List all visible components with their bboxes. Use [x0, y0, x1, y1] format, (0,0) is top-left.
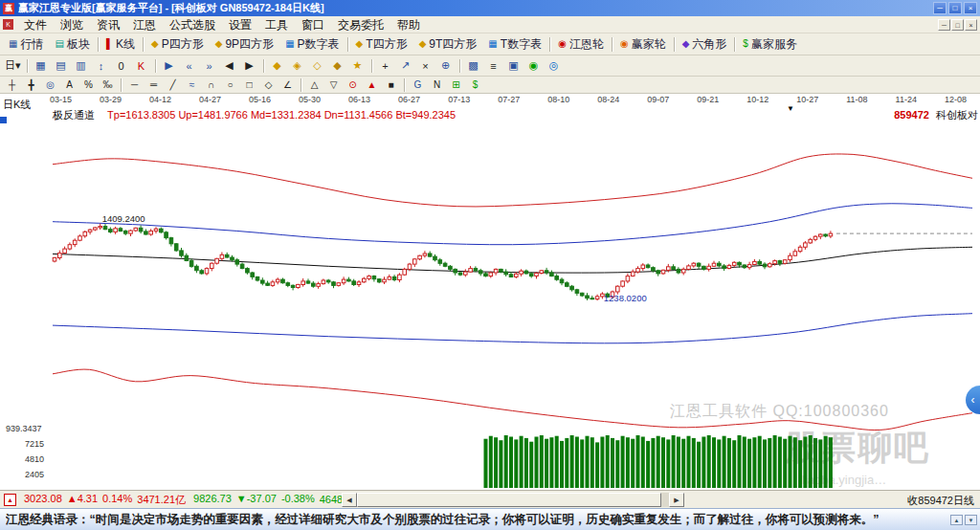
- scroll-thumb[interactable]: [357, 493, 661, 507]
- mdi-minimize-button[interactable]: ─: [938, 19, 950, 31]
- diamond-center-icon[interactable]: ◈: [288, 57, 307, 75]
- arc-icon[interactable]: ∩: [202, 77, 220, 92]
- menu-item-7[interactable]: 窗口: [295, 16, 331, 33]
- tab-江恩轮[interactable]: ◉江恩轮: [552, 34, 610, 55]
- title-bar[interactable]: 赢 赢家江恩专业版[赢家服务平台] - [科创板对 GN859472-184日K…: [0, 0, 980, 16]
- play-forward-icon[interactable]: ▶: [160, 57, 179, 75]
- maximize-button[interactable]: □: [948, 2, 962, 14]
- tab-T数字表[interactable]: ▦T数字表: [482, 34, 547, 55]
- grid-plus-icon[interactable]: ⊞: [447, 77, 465, 92]
- tile-horizontal-icon[interactable]: ▤: [52, 57, 71, 75]
- diamond-hollow-icon[interactable]: ◇: [308, 57, 327, 75]
- wheel-icon[interactable]: ◉: [524, 57, 544, 75]
- tab-icon: ◉: [558, 39, 567, 49]
- diamond-draw-icon[interactable]: ◇: [259, 77, 278, 92]
- wave-icon[interactable]: ≈: [183, 77, 201, 92]
- tab-赢家轮[interactable]: ◉赢家轮: [614, 34, 672, 55]
- menu-item-1[interactable]: 浏览: [54, 16, 90, 33]
- kline-tool-icon[interactable]: K: [132, 57, 151, 75]
- tab-赢家服务[interactable]: $赢家服务: [737, 34, 803, 55]
- volume-bar: [535, 437, 539, 489]
- tab-label: 9P四方形: [225, 36, 274, 53]
- swap-updown-icon[interactable]: ↕: [92, 57, 111, 75]
- menu-item-9[interactable]: 帮助: [390, 16, 427, 33]
- chart-area[interactable]: 江恩工具软件 QQ:100800360 股票聊吧 liaoba.yingjia……: [0, 94, 980, 490]
- candle-body: [575, 290, 579, 294]
- trendline-icon[interactable]: ╱: [164, 77, 182, 92]
- tile-vertical-icon[interactable]: ▥: [72, 57, 91, 75]
- target-icon[interactable]: ⊕: [436, 57, 456, 75]
- tab-行情[interactable]: ▦行情: [3, 34, 49, 55]
- diamond-solid-icon[interactable]: ◆: [268, 57, 287, 75]
- minimize-button[interactable]: ─: [933, 2, 947, 14]
- tab-9P四方形[interactable]: ◆9P四方形: [210, 34, 279, 55]
- menu-item-6[interactable]: 工具: [258, 16, 295, 33]
- candle-body: [758, 261, 762, 264]
- mdi-restore-button[interactable]: □: [951, 19, 964, 31]
- jump-end-icon[interactable]: »: [200, 57, 219, 75]
- globe-icon[interactable]: ◎: [545, 57, 564, 75]
- menu-item-2[interactable]: 资讯: [90, 16, 126, 33]
- volume-bar: [514, 439, 518, 488]
- list-icon[interactable]: ≡: [484, 57, 503, 75]
- menu-item-5[interactable]: 设置: [222, 16, 258, 33]
- hline-icon[interactable]: ─: [125, 77, 144, 92]
- jump-start-icon[interactable]: «: [180, 57, 199, 75]
- step-forward-icon[interactable]: ▶: [240, 57, 259, 75]
- plus-icon[interactable]: +: [376, 57, 395, 75]
- crosshair-icon[interactable]: ┼: [3, 77, 21, 92]
- mdi-close-button[interactable]: ×: [965, 19, 977, 31]
- money-icon[interactable]: $: [466, 77, 484, 92]
- trend-arrow-icon[interactable]: ↗: [396, 57, 415, 75]
- star-icon[interactable]: ★: [348, 57, 368, 75]
- market-grid-icon[interactable]: ▦: [32, 57, 51, 75]
- tab-P数字表[interactable]: ▦P数字表: [279, 34, 345, 55]
- rect-icon[interactable]: □: [240, 77, 258, 92]
- gann-circle-icon[interactable]: ⊙: [344, 77, 362, 92]
- menu-item-4[interactable]: 公式选股: [163, 16, 222, 33]
- parallel-lines-icon[interactable]: ═: [145, 77, 163, 92]
- quote-next-button[interactable]: ▼: [965, 515, 977, 525]
- tab-T四方形[interactable]: ◆T四方形: [350, 34, 413, 55]
- number-tool-icon[interactable]: N: [428, 77, 446, 92]
- close-button[interactable]: ×: [964, 2, 977, 14]
- tab-板块[interactable]: ▤板块: [49, 34, 95, 55]
- hatch-icon[interactable]: ▩: [464, 57, 483, 75]
- horizontal-scrollbar[interactable]: ◀ ▶: [342, 493, 684, 507]
- step-back-icon[interactable]: ◀: [220, 57, 239, 75]
- percent-icon[interactable]: %: [79, 77, 98, 92]
- angle-icon[interactable]: ∠: [278, 77, 297, 92]
- menu-item-3[interactable]: 江恩: [126, 16, 163, 33]
- candlestick-plot[interactable]: 1409.24001238.0200: [0, 94, 980, 490]
- gann-grid-icon[interactable]: G: [409, 77, 427, 92]
- text-tool-icon[interactable]: A: [60, 77, 78, 92]
- circle-icon[interactable]: ○: [221, 77, 239, 92]
- tab-K线[interactable]: ▌K线: [100, 34, 141, 55]
- quote-prev-button[interactable]: ▲: [950, 515, 963, 525]
- tab-9T四方形[interactable]: ◆9T四方形: [413, 34, 483, 55]
- candle-body: [712, 263, 716, 266]
- panel-icon[interactable]: ▣: [504, 57, 523, 75]
- triangle-down-icon[interactable]: ▽: [324, 77, 343, 92]
- candle-body: [68, 245, 72, 249]
- triangle-up-icon[interactable]: △: [305, 77, 323, 92]
- tab-P四方形[interactable]: ◆P四方形: [145, 34, 210, 55]
- menu-item-8[interactable]: 交易委托: [331, 16, 390, 33]
- delete-icon[interactable]: ×: [416, 57, 435, 75]
- candle-body: [677, 269, 680, 273]
- candle-body: [73, 240, 77, 244]
- diamond-small-icon[interactable]: ◆: [328, 57, 347, 75]
- tab-六角形[interactable]: ◆六角形: [677, 34, 733, 55]
- menu-item-0[interactable]: 文件: [17, 16, 54, 33]
- zero-base-icon[interactable]: 0: [112, 57, 131, 75]
- permille-icon[interactable]: ‰: [99, 77, 117, 92]
- scroll-left-button[interactable]: ◀: [342, 493, 357, 507]
- scroll-right-button[interactable]: ▶: [669, 493, 684, 507]
- period-day-dropdown[interactable]: 日▾: [3, 57, 23, 75]
- date-label: 04-27: [199, 95, 221, 104]
- cross-large-icon[interactable]: ╋: [22, 77, 40, 92]
- volume-bar: [793, 437, 797, 488]
- signal-icon[interactable]: ▲: [363, 77, 381, 92]
- zoom-icon[interactable]: ◎: [41, 77, 59, 92]
- block-icon[interactable]: ■: [382, 77, 400, 92]
